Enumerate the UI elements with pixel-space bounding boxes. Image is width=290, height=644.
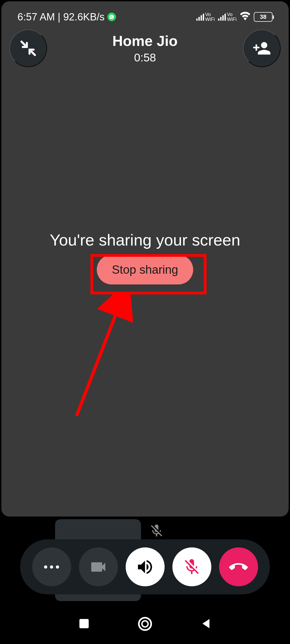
- svg-rect-1: [79, 619, 89, 628]
- add-participant-button[interactable]: [243, 30, 281, 67]
- minimize-button[interactable]: [9, 30, 47, 67]
- android-nav-bar: [0, 612, 290, 636]
- call-title-block: Home Jio 0:58: [112, 32, 177, 64]
- status-time-data: 6:57 AM | 92.6KB/s: [17, 11, 105, 23]
- sharing-message: You're sharing your screen: [1, 231, 289, 249]
- stop-sharing-button[interactable]: Stop sharing: [97, 255, 193, 284]
- video-toggle-button[interactable]: [79, 547, 118, 586]
- contact-name: Home Jio: [112, 32, 177, 49]
- speaker-toggle-button[interactable]: [126, 547, 165, 586]
- whatsapp-icon: [107, 13, 116, 21]
- mute-toggle-button[interactable]: [172, 547, 211, 586]
- signal-2-icon: VoWiFi: [218, 12, 237, 22]
- end-call-button[interactable]: [219, 547, 258, 586]
- back-nav-button[interactable]: [199, 617, 213, 631]
- recents-nav-button[interactable]: [77, 617, 91, 631]
- annotation-arrow-icon: [74, 292, 133, 421]
- call-duration: 0:58: [112, 51, 177, 64]
- pip-muted-mic-icon: [149, 523, 164, 539]
- signal-1-icon: VoWiFi: [196, 12, 215, 22]
- home-circle-icon: [138, 617, 152, 631]
- battery-indicator: 38: [254, 12, 273, 22]
- svg-line-0: [77, 298, 122, 416]
- call-controls-bar: [20, 539, 270, 594]
- home-nav-button[interactable]: [138, 617, 152, 631]
- status-bar: 6:57 AM | 92.6KB/s VoWiFi: [1, 9, 289, 25]
- call-screen-area: 6:57 AM | 92.6KB/s VoWiFi: [1, 1, 289, 517]
- more-options-button[interactable]: [32, 547, 71, 586]
- wifi-icon: [240, 11, 251, 23]
